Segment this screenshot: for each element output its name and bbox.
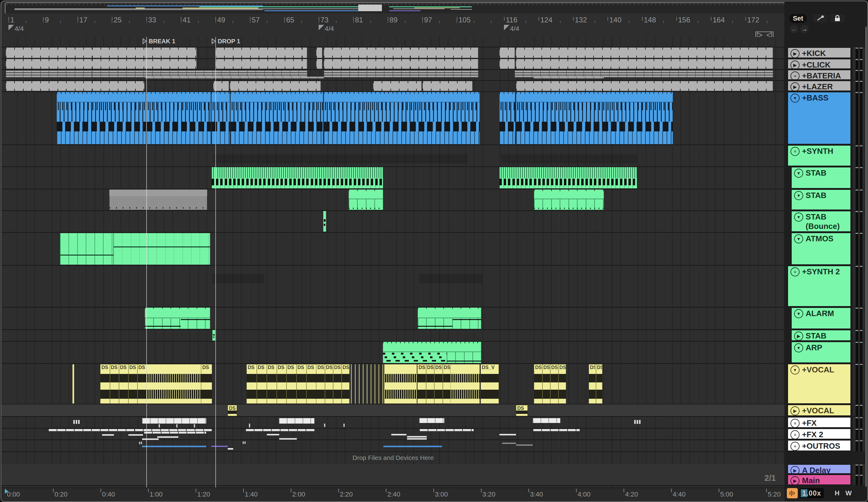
- mini-clip[interactable]: [76, 420, 77, 424]
- clip[interactable]: [534, 189, 604, 210]
- mini-clip[interactable]: [279, 438, 297, 440]
- mini-clip[interactable]: [419, 429, 474, 431]
- clip[interactable]: [323, 211, 326, 232]
- track-header-alarm[interactable]: ▼ALARM: [791, 307, 851, 329]
- mini-clip[interactable]: [279, 418, 314, 423]
- mini-clip[interactable]: [267, 434, 279, 436]
- clip[interactable]: [212, 330, 215, 341]
- clip[interactable]: [349, 189, 383, 210]
- clip[interactable]: [499, 167, 637, 188]
- track-header--vocal[interactable]: ▼+VOCAL: [787, 364, 851, 404]
- track-header--bass[interactable]: ▼+BASS: [787, 92, 851, 144]
- clip[interactable]: [516, 59, 773, 69]
- mini-clip[interactable]: [407, 438, 427, 440]
- clip[interactable]: [145, 76, 324, 79]
- draw-mode-button[interactable]: [814, 14, 827, 23]
- time-ruler[interactable]: 0:000:200:401:001:201:402:002:202:403:00…: [1, 488, 784, 502]
- track-header--vocal-risada[interactable]: ▶+VOCAL RISADA: [787, 405, 851, 416]
- clip[interactable]: [373, 81, 422, 91]
- clip[interactable]: [211, 92, 230, 144]
- clip[interactable]: [516, 48, 773, 58]
- play-icon[interactable]: ▶: [790, 466, 799, 475]
- clip[interactable]: [423, 81, 473, 91]
- clip[interactable]: DSDSDSDSDS: [100, 364, 147, 404]
- clip[interactable]: [516, 81, 773, 91]
- clip[interactable]: DS_V: [480, 364, 499, 404]
- track-header--kick[interactable]: ▶+KICK: [787, 47, 851, 58]
- mini-clip[interactable]: [142, 418, 206, 423]
- clip[interactable]: [230, 92, 323, 144]
- mini-clip[interactable]: [639, 420, 641, 424]
- clip[interactable]: [383, 342, 481, 363]
- mini-clip[interactable]: [343, 423, 345, 427]
- track-header--outros[interactable]: ≡+OUTROS: [787, 440, 851, 451]
- down-icon[interactable]: ▼: [794, 191, 803, 200]
- clip[interactable]: DSDSDSDS: [417, 364, 451, 404]
- mini-clip[interactable]: [141, 442, 142, 444]
- track-header--click[interactable]: ▶+CLICK: [787, 59, 851, 69]
- clip[interactable]: [324, 59, 478, 69]
- play-icon[interactable]: ▶: [790, 82, 799, 92]
- mini-clip[interactable]: [637, 420, 638, 424]
- clip[interactable]: DS: [516, 405, 528, 416]
- track-header--lazer[interactable]: ▶+LAZER: [787, 81, 851, 91]
- mini-clip[interactable]: [142, 446, 206, 447]
- mini-clip[interactable]: [228, 448, 233, 450]
- arrangement-overview[interactable]: [5, 2, 866, 14]
- clip[interactable]: [418, 307, 481, 329]
- mini-clip[interactable]: [102, 434, 114, 436]
- down-icon[interactable]: ▼: [790, 365, 799, 375]
- clip[interactable]: DSDSDSDS: [316, 364, 350, 404]
- play-icon[interactable]: ▶: [790, 406, 799, 415]
- track-header-main[interactable]: ▶Main: [787, 474, 851, 485]
- clip[interactable]: [351, 364, 384, 404]
- mini-clip[interactable]: [391, 434, 406, 436]
- mini-clip[interactable]: [502, 443, 516, 444]
- clip[interactable]: [212, 274, 264, 283]
- mini-clip[interactable]: [211, 446, 228, 447]
- time-signature-marker[interactable]: 4/4: [9, 25, 22, 33]
- clip[interactable]: [316, 59, 322, 69]
- clip[interactable]: [147, 364, 201, 404]
- clip[interactable]: DS: [228, 405, 237, 416]
- menu-icon[interactable]: ≡: [790, 267, 799, 276]
- clip[interactable]: [109, 189, 207, 210]
- clip[interactable]: [451, 364, 480, 404]
- zoom-ratio-display[interactable]: 1.00x: [799, 488, 824, 498]
- track-header-atmos[interactable]: ▼ATMOS: [791, 232, 851, 265]
- mini-clip[interactable]: [516, 445, 533, 446]
- mini-clip[interactable]: [324, 423, 325, 427]
- zoom-width-button[interactable]: W: [844, 489, 854, 498]
- clip[interactable]: [216, 59, 307, 69]
- mini-clip[interactable]: [73, 420, 75, 424]
- audition-button[interactable]: [787, 488, 798, 498]
- mini-clip[interactable]: [142, 438, 159, 440]
- track-header--bateria[interactable]: ≡+BATERIA: [787, 70, 851, 80]
- menu-icon[interactable]: ≡: [790, 72, 799, 81]
- lock-button[interactable]: [830, 14, 844, 23]
- mini-clip[interactable]: [144, 432, 206, 433]
- clip[interactable]: [316, 48, 322, 58]
- mini-clip[interactable]: [533, 418, 560, 423]
- clip[interactable]: [533, 76, 604, 79]
- set-locator-button[interactable]: Set: [789, 14, 807, 23]
- clip[interactable]: [147, 92, 211, 144]
- track-header--fx[interactable]: ≡+FX: [787, 417, 851, 428]
- down-icon[interactable]: ▼: [794, 169, 803, 178]
- vertical-scrollbar[interactable]: [866, 27, 867, 487]
- track-header--fx-2[interactable]: ≡+FX 2: [787, 428, 851, 439]
- play-icon[interactable]: ▶: [790, 61, 799, 70]
- clip[interactable]: [213, 154, 468, 164]
- play-icon[interactable]: ▶: [790, 476, 799, 485]
- clip[interactable]: [324, 92, 480, 144]
- mini-clip[interactable]: [533, 429, 580, 431]
- clip[interactable]: [72, 364, 74, 404]
- bar-ruler[interactable]: 1917253341495765738189971051161241321401…: [1, 13, 784, 37]
- back-arrow-button[interactable]: ←: [790, 25, 798, 33]
- mini-clip[interactable]: [139, 442, 140, 444]
- menu-icon[interactable]: ≡: [790, 442, 799, 451]
- mini-clip[interactable]: [157, 436, 178, 438]
- mini-clip[interactable]: [499, 434, 516, 436]
- clip[interactable]: [516, 92, 673, 144]
- forward-arrow-button[interactable]: →: [800, 25, 809, 33]
